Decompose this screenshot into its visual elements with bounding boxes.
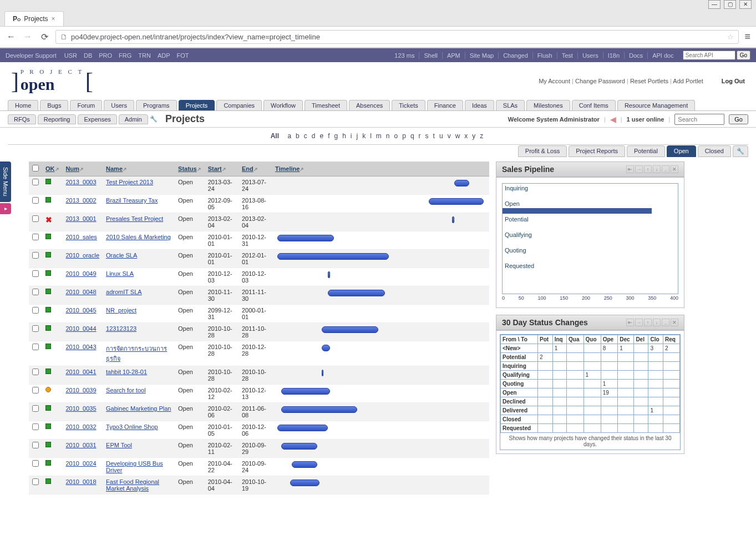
col-end[interactable]: End↗ <box>239 162 272 176</box>
alpha-x[interactable]: x <box>464 132 468 140</box>
project-name-link[interactable]: Developing USB Bus Driver <box>106 460 163 473</box>
project-name-link[interactable]: EPM Tool <box>106 442 132 448</box>
project-name-link[interactable]: Presales Test Project <box>106 215 163 222</box>
portlet-controls[interactable]: ⇤→↑↓_✕ <box>626 165 678 173</box>
portlet-controls[interactable]: ⇤→↑↓_✕ <box>626 319 678 326</box>
dev-link-frg[interactable]: FRG <box>119 52 131 59</box>
sub-tab-rfqs[interactable]: RFQs <box>8 114 36 124</box>
main-tab-ideas[interactable]: Ideas <box>465 100 494 110</box>
main-tab-home[interactable]: Home <box>8 100 38 110</box>
row-checkbox[interactable] <box>32 325 39 332</box>
row-checkbox[interactable] <box>32 307 39 314</box>
project-name-link[interactable]: Brazil Treasury Tax <box>106 197 158 204</box>
dev-link[interactable]: Shell <box>419 52 442 59</box>
project-num-link[interactable]: 2013_0002 <box>66 197 97 204</box>
main-tab-finance[interactable]: Finance <box>427 100 463 110</box>
alpha-k[interactable]: k <box>362 132 366 140</box>
sub-tab-reporting[interactable]: Reporting <box>38 114 77 124</box>
project-name-link[interactable]: tahbit 10-28-01 <box>106 369 147 375</box>
bookmark-star-icon[interactable]: ☆ <box>727 33 734 41</box>
alpha-m[interactable]: m <box>376 132 382 140</box>
nav-reload-icon[interactable]: ⟳ <box>39 32 50 43</box>
alpha-a[interactable]: a <box>287 132 291 140</box>
logo[interactable]: ] P R O J E C T open [ <box>11 68 93 94</box>
account-link[interactable]: My Account <box>539 78 570 84</box>
alpha-t[interactable]: t <box>433 132 435 140</box>
row-checkbox[interactable] <box>32 215 39 222</box>
project-name-link[interactable]: การจัดการกระบวนการธุรกิจ <box>106 345 167 362</box>
main-tab-resource-management[interactable]: Resource Management <box>617 100 695 110</box>
project-name-link[interactable]: Typo3 Online Shop <box>106 423 158 430</box>
main-tab-companies[interactable]: Companies <box>216 100 262 110</box>
project-num-link[interactable]: 2010_sales <box>66 234 97 240</box>
select-all-checkbox[interactable] <box>32 165 39 171</box>
main-tab-slas[interactable]: SLAs <box>496 100 525 110</box>
alpha-q[interactable]: q <box>410 132 414 140</box>
window-maximize[interactable]: ▢ <box>724 0 736 9</box>
subtab-gear-icon[interactable]: 🔧 <box>150 115 158 123</box>
project-num-link[interactable]: 2010_0048 <box>66 289 97 295</box>
project-num-link[interactable]: 2010_0043 <box>66 344 97 350</box>
search-api-go-button[interactable]: Go <box>737 51 750 60</box>
alpha-g[interactable]: g <box>334 132 338 140</box>
dev-link-usr[interactable]: USR <box>64 52 77 59</box>
main-tab-milestones[interactable]: Milestones <box>526 100 570 110</box>
alpha-c[interactable]: c <box>304 132 307 140</box>
col-status[interactable]: Status↗ <box>175 162 205 176</box>
account-link[interactable]: Change Password <box>575 78 625 84</box>
sub-tab-admin[interactable]: Admin <box>119 114 148 124</box>
alpha-s[interactable]: s <box>425 132 429 140</box>
project-num-link[interactable]: 2010_0045 <box>66 307 97 314</box>
project-num-link[interactable]: 2010_0049 <box>66 270 97 277</box>
alpha-z[interactable]: z <box>480 132 483 140</box>
dev-link[interactable]: Flush <box>532 52 557 59</box>
account-link[interactable]: Reset Portlets <box>630 78 668 84</box>
row-checkbox[interactable] <box>32 197 39 204</box>
project-name-link[interactable]: Test Project 2013 <box>106 179 153 185</box>
main-tab-conf-items[interactable]: Conf Items <box>572 100 616 110</box>
col-num[interactable]: Num↗ <box>63 162 103 176</box>
alpha-v[interactable]: v <box>448 132 451 140</box>
window-close[interactable]: ✕ <box>739 0 752 9</box>
alpha-r[interactable]: r <box>419 132 421 140</box>
project-name-link[interactable]: Search for tool <box>106 387 146 393</box>
nav-back-icon[interactable]: ← <box>6 32 17 43</box>
project-num-link[interactable]: 2010_0031 <box>66 442 97 448</box>
project-name-link[interactable]: NR_project <box>106 307 136 314</box>
alpha-u[interactable]: u <box>439 132 443 140</box>
account-link[interactable]: Add Portlet <box>673 78 703 84</box>
row-checkbox[interactable] <box>32 270 39 277</box>
dev-link[interactable]: Changed <box>498 52 532 59</box>
project-num-link[interactable]: 2010_0018 <box>66 478 97 485</box>
dev-link[interactable]: Users <box>577 52 603 59</box>
side-menu-expand-icon[interactable]: ▸ <box>0 203 11 214</box>
dev-link[interactable]: 123 ms <box>390 52 419 59</box>
project-num-link[interactable]: 2010_0035 <box>66 405 97 412</box>
view-tab-potential[interactable]: Potential <box>627 145 665 157</box>
view-tab-closed[interactable]: Closed <box>698 145 731 157</box>
row-checkbox[interactable] <box>32 369 39 375</box>
view-tab-project-reports[interactable]: Project Reports <box>569 145 625 157</box>
alpha-o[interactable]: o <box>394 132 398 140</box>
site-search-input[interactable] <box>674 114 724 125</box>
row-checkbox[interactable] <box>32 478 39 485</box>
row-checkbox[interactable] <box>32 234 39 240</box>
main-tab-tickets[interactable]: Tickets <box>392 100 425 110</box>
project-name-link[interactable]: adromIT SLA <box>106 289 142 295</box>
project-num-link[interactable]: 2010_oracle <box>66 252 100 259</box>
col-start[interactable]: Start↗ <box>205 162 239 176</box>
project-name-link[interactable]: 123123123 <box>106 325 136 332</box>
dev-link[interactable]: Site Map <box>465 52 498 59</box>
col-ok[interactable]: OK↗ <box>42 162 63 176</box>
row-checkbox[interactable] <box>32 387 39 393</box>
view-gear-icon[interactable]: 🔧 <box>733 145 748 157</box>
view-tab-profit-loss[interactable]: Profit & Loss <box>518 145 567 157</box>
dev-link-db[interactable]: DB <box>84 52 92 59</box>
main-tab-workflow[interactable]: Workflow <box>263 100 303 110</box>
row-checkbox[interactable] <box>32 442 39 448</box>
tab-close-icon[interactable]: × <box>52 15 55 23</box>
main-tab-forum[interactable]: Forum <box>70 100 102 110</box>
main-tab-projects[interactable]: Projects <box>179 100 215 110</box>
col-timeline[interactable]: Timeline↗ <box>272 162 489 176</box>
alpha-b[interactable]: b <box>296 132 300 140</box>
